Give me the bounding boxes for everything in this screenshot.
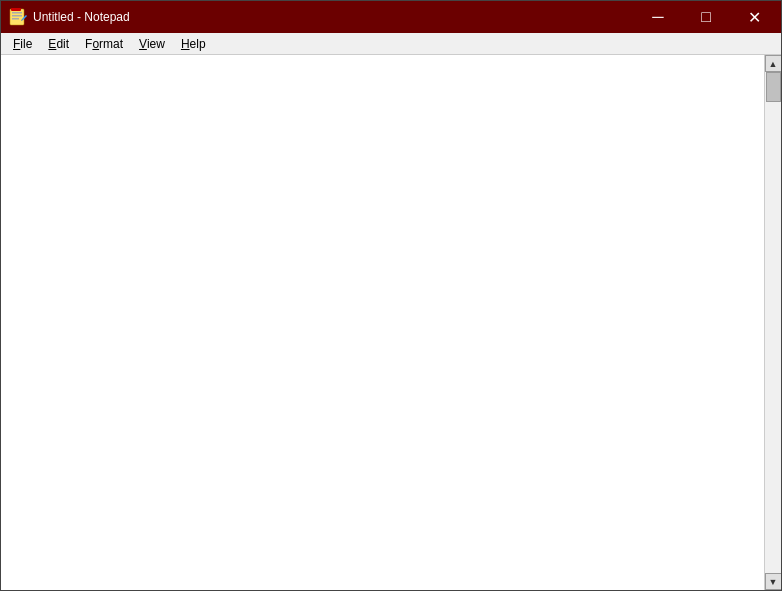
menu-item-edit[interactable]: Edit bbox=[40, 33, 77, 54]
menu-file-label: File bbox=[13, 37, 32, 51]
menu-item-view[interactable]: View bbox=[131, 33, 173, 54]
menu-item-file[interactable]: File bbox=[5, 33, 40, 54]
title-bar-left: Untitled - Notepad bbox=[9, 8, 130, 26]
text-editor[interactable] bbox=[1, 55, 764, 590]
window: Untitled - Notepad ─ □ ✕ File Edit Forma… bbox=[0, 0, 782, 591]
window-title: Untitled - Notepad bbox=[33, 10, 130, 24]
menu-format-label: Format bbox=[85, 37, 123, 51]
svg-rect-0 bbox=[10, 9, 24, 25]
close-button[interactable]: ✕ bbox=[731, 3, 777, 31]
menu-view-label: View bbox=[139, 37, 165, 51]
menu-bar: File Edit Format View Help bbox=[1, 33, 781, 55]
scroll-down-button[interactable]: ▼ bbox=[765, 573, 782, 590]
svg-rect-3 bbox=[12, 18, 19, 20]
title-bar-controls: ─ □ ✕ bbox=[635, 3, 777, 31]
svg-rect-6 bbox=[11, 8, 21, 11]
menu-item-help[interactable]: Help bbox=[173, 33, 214, 54]
app-icon bbox=[9, 8, 27, 26]
maximize-button[interactable]: □ bbox=[683, 3, 729, 31]
minimize-button[interactable]: ─ bbox=[635, 3, 681, 31]
scroll-thumb[interactable] bbox=[766, 72, 781, 102]
menu-help-label: Help bbox=[181, 37, 206, 51]
title-bar: Untitled - Notepad ─ □ ✕ bbox=[1, 1, 781, 33]
menu-item-format[interactable]: Format bbox=[77, 33, 131, 54]
svg-rect-2 bbox=[12, 15, 22, 17]
menu-edit-label: Edit bbox=[48, 37, 69, 51]
scrollbar-vertical: ▲ ▼ bbox=[764, 55, 781, 590]
scroll-track[interactable] bbox=[765, 72, 781, 573]
scroll-up-button[interactable]: ▲ bbox=[765, 55, 782, 72]
editor-area: ▲ ▼ bbox=[1, 55, 781, 590]
svg-rect-1 bbox=[12, 12, 22, 14]
